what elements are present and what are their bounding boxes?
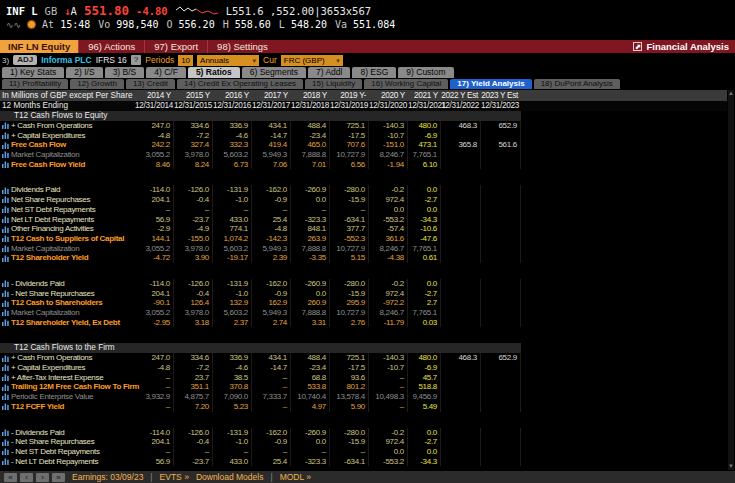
chart-icon[interactable] xyxy=(0,308,11,318)
value-cell xyxy=(481,160,521,170)
chart-icon[interactable] xyxy=(0,205,11,215)
table-row: Net ST Debt Repayments––––––0.00.0 xyxy=(0,205,727,215)
chart-icon[interactable] xyxy=(0,244,11,254)
value-cell xyxy=(441,224,481,234)
scroll-up-icon[interactable]: ▲ xyxy=(728,90,734,97)
chart-icon[interactable] xyxy=(0,279,11,289)
value-cell: 0.0 xyxy=(408,279,441,289)
tab-is[interactable]: 2) I/S xyxy=(66,67,102,78)
tab-keystats[interactable]: 1) Key Stats xyxy=(2,67,64,78)
stat-value: 548.20 xyxy=(291,19,327,30)
table-row: Market Capitalization3,055.23,978.05,603… xyxy=(0,150,727,160)
value-cell: -131.9 xyxy=(213,279,252,289)
menu-item-actions[interactable]: 96) Actions xyxy=(78,40,144,53)
subtab-credit[interactable]: 13) Credit xyxy=(126,79,175,89)
page-nav-button[interactable]: › xyxy=(36,473,49,482)
chart-icon[interactable] xyxy=(0,402,11,412)
chart-icon[interactable] xyxy=(0,131,11,141)
main-tabs: 1) Key Stats2) I/S3) B/S4) C/F5) Ratios6… xyxy=(2,67,454,78)
value-cell: -6.9 xyxy=(408,363,441,373)
tab-ratios[interactable]: 5) Ratios xyxy=(188,67,240,78)
chart-icon[interactable] xyxy=(0,185,11,195)
bottom-link-modl[interactable]: MODL » xyxy=(280,472,311,482)
chart-icon[interactable] xyxy=(0,318,11,328)
tab-bs[interactable]: 3) B/S xyxy=(105,67,145,78)
date-header: 12/31/2019 xyxy=(330,101,369,111)
separator: | xyxy=(150,472,152,482)
bottom-link-earnings[interactable]: Earnings: 03/09/23 xyxy=(72,472,143,482)
value-cell xyxy=(441,234,481,244)
chart-icon[interactable] xyxy=(0,373,11,383)
period-type-dropdown[interactable]: Annuals▾ xyxy=(197,55,259,66)
chart-icon[interactable] xyxy=(0,160,11,170)
chart-icon[interactable] xyxy=(0,234,11,244)
chart-icon[interactable] xyxy=(0,428,11,438)
chart-icon[interactable] xyxy=(0,363,11,373)
year-header: 2020 Y xyxy=(369,90,408,101)
value-cell: 0.0 xyxy=(291,195,330,205)
subtab-liquidity[interactable]: 15) Liquidity xyxy=(305,79,362,89)
chart-icon[interactable] xyxy=(0,195,11,205)
tab-esg[interactable]: 8) ESG xyxy=(352,67,396,78)
subtab-growth[interactable]: 12) Growth xyxy=(70,79,124,89)
value-cell: -17.5 xyxy=(330,131,369,141)
chart-icon[interactable] xyxy=(0,298,11,308)
chart-icon[interactable] xyxy=(0,457,11,467)
tab-segments[interactable]: 6) Segments xyxy=(242,67,306,78)
chart-icon[interactable] xyxy=(0,253,11,263)
stat-value: 998,540 xyxy=(116,19,158,30)
value-cell: 468.3 xyxy=(441,353,481,363)
page-nav-button[interactable]: » xyxy=(52,473,65,482)
menu-item-settings[interactable]: 98) Settings xyxy=(207,40,277,53)
chart-icon[interactable] xyxy=(0,289,11,299)
security-tab[interactable]: INF LN Equity xyxy=(0,40,78,53)
value-cell: -553.2 xyxy=(369,457,408,467)
value-cell: 2.76 xyxy=(330,318,369,328)
scroll-down-icon[interactable]: ▼ xyxy=(728,463,734,470)
page-nav-button[interactable]: ‹ xyxy=(20,473,33,482)
value-cell: 132.9 xyxy=(213,298,252,308)
chart-icon[interactable] xyxy=(0,150,11,160)
value-cell: -1.94 xyxy=(369,160,408,170)
subtab-creditexoperatingleases[interactable]: 14) Credit Ex Operating Leases xyxy=(177,79,303,89)
value-cell: 774.1 xyxy=(213,224,252,234)
value-cell: -34.3 xyxy=(408,457,441,467)
tab-cf[interactable]: 4) C/F xyxy=(146,67,186,78)
subtab-yieldanalysis[interactable]: 17) Yield Analysis xyxy=(450,79,531,89)
chart-icon[interactable] xyxy=(0,215,11,225)
value-cell: 3.18 xyxy=(174,318,213,328)
menu-item-export[interactable]: 97) Export xyxy=(144,40,207,53)
tab-custom[interactable]: 9) Custom xyxy=(398,67,453,78)
periods-input[interactable]: 10 xyxy=(178,55,193,66)
vertical-scrollbar[interactable]: ▲ ▼ xyxy=(728,90,734,470)
popout-icon[interactable]: ⬈ xyxy=(633,42,642,51)
stat-label: H xyxy=(223,19,235,30)
table-row: - Dividends Paid-114.0-126.0-131.9-162.0… xyxy=(0,279,727,289)
value-cell: – xyxy=(252,382,291,392)
subtab-workingcapital[interactable]: 16) Working Capital xyxy=(364,79,448,89)
chart-icon[interactable] xyxy=(0,121,11,131)
chart-icon[interactable] xyxy=(0,140,11,150)
chart-icon[interactable] xyxy=(0,447,11,457)
subtab-profitability[interactable]: 11) Profitability xyxy=(2,79,68,89)
currency-dropdown[interactable]: FRC (GBP)▾ xyxy=(281,55,343,66)
tab-addl[interactable]: 7) Addl xyxy=(308,67,350,78)
table-row: T12 Cash to Suppliers of Capital144.1-15… xyxy=(0,234,727,244)
value-cell: -552.3 xyxy=(330,234,369,244)
help-icon[interactable]: ? xyxy=(131,55,141,65)
value-cell: 561.6 xyxy=(481,140,521,150)
page-nav-button[interactable]: « xyxy=(4,473,17,482)
value-cell xyxy=(441,318,481,328)
bottom-link-evts[interactable]: EVTS » xyxy=(160,472,189,482)
value-cell xyxy=(441,160,481,170)
chart-icon[interactable] xyxy=(0,353,11,363)
value-cell: 434.1 xyxy=(252,121,291,131)
adj-button[interactable]: ADJ xyxy=(13,55,37,65)
chart-icon[interactable] xyxy=(0,382,11,392)
chart-icon[interactable] xyxy=(0,392,11,402)
bottom-link-downloadmodels[interactable]: Download Models xyxy=(196,472,264,482)
chart-icon[interactable] xyxy=(0,224,11,234)
subtab-dupontanalysis[interactable]: 18) DuPont Analysis xyxy=(534,79,620,89)
value-cell: -0.9 xyxy=(252,437,291,447)
chart-icon[interactable] xyxy=(0,437,11,447)
